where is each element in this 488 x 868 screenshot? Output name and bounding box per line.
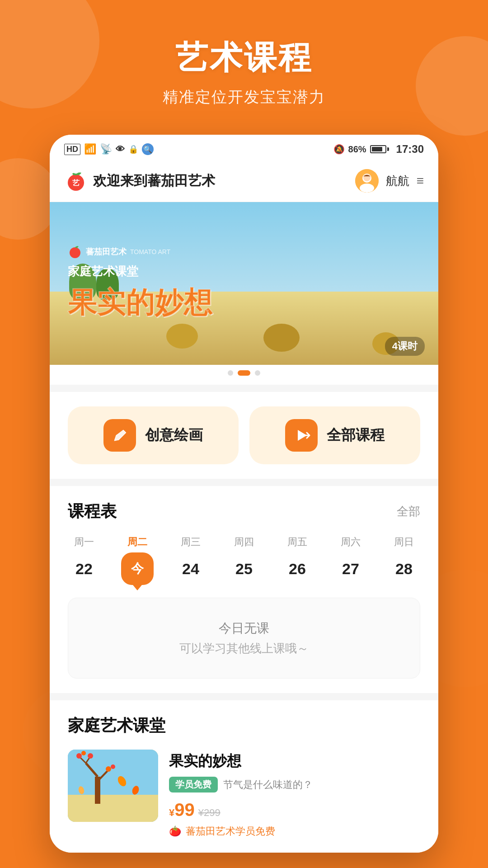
day-sunday[interactable]: 周日 28 [388, 535, 420, 585]
page-wrapper: 艺术课程 精准定位开发宝宝潜力 HD 📶 📡 👁 🔒 🔍 🔕 86% 1 [0, 0, 488, 853]
lock-icon: 🔒 [128, 144, 138, 154]
banner-brand: 蕃茄田艺术 TOMATO ART [68, 245, 420, 259]
day-saturday[interactable]: 周六 27 [334, 535, 367, 585]
schedule-more[interactable]: 全部 [397, 504, 420, 519]
page-title: 艺术课程 [163, 36, 325, 80]
course-footer: 🍅 蕃茄田艺术学员免费 [169, 825, 420, 838]
price-original: ¥299 [198, 807, 221, 819]
app-header: 艺 欢迎来到蕃茄田艺术 航航 ≡ [50, 160, 438, 202]
drawing-label: 创意绘画 [145, 425, 203, 445]
day-number-tue: 今 [121, 552, 154, 585]
day-monday[interactable]: 周一 22 [68, 535, 100, 585]
battery-icon [370, 145, 389, 153]
banner-category: 家庭艺术课堂 [68, 264, 420, 279]
eye-icon: 👁 [116, 144, 125, 155]
day-tuesday-today[interactable]: 周二 今 [121, 535, 154, 585]
day-label-fri: 周五 [287, 535, 307, 549]
svg-point-21 [111, 764, 115, 769]
schedule-section: 课程表 全部 周一 22 周二 今 周三 24 [50, 486, 438, 693]
dot-2[interactable] [238, 370, 250, 376]
banner-lessons: 4课时 [385, 337, 425, 356]
course-desc: 节气是什么味道的？ [223, 778, 313, 792]
footer-icon: 🍅 [169, 826, 181, 837]
svg-point-19 [81, 751, 86, 755]
wifi-icon: 📡 [100, 143, 112, 155]
schedule-title: 课程表 [68, 500, 117, 523]
svg-point-4 [360, 184, 374, 193]
status-bar-right: 🔕 86% 17:30 [333, 143, 424, 156]
day-label-thu: 周四 [234, 535, 254, 549]
dot-3[interactable] [255, 370, 260, 376]
user-name-label: 航航 [386, 173, 409, 189]
banner-area: 蕃茄田艺术 TOMATO ART 家庭艺术课堂 果实的妙想 4课时 [50, 202, 438, 385]
drawing-icon-wrap [103, 419, 136, 452]
no-class-text1: 今日无课 [90, 620, 398, 637]
quick-actions: 创意绘画 全部课程 [50, 392, 438, 479]
day-label-mon: 周一 [74, 535, 94, 549]
day-number-mon: 22 [68, 552, 100, 585]
banner-title: 果实的妙想 [68, 283, 420, 322]
banner-brand-en: TOMATO ART [130, 248, 170, 255]
phone-mockup: HD 📶 📡 👁 🔒 🔍 🔕 86% 17:30 [50, 135, 438, 853]
day-number-sun: 28 [388, 552, 420, 585]
free-tag: 学员免费 [169, 777, 218, 793]
signal-icon: 📶 [84, 143, 96, 155]
family-header: 家庭艺术课堂 [68, 715, 420, 737]
day-label-tue: 周二 [127, 535, 147, 549]
page-subtitle: 精准定位开发宝宝潜力 [163, 87, 325, 108]
courses-icon-wrap [285, 419, 318, 452]
hd-badge: HD [64, 144, 80, 155]
svg-point-17 [76, 753, 82, 759]
app-user-area[interactable]: 航航 ≡ [355, 169, 424, 193]
status-bar-left: HD 📶 📡 👁 🔒 🔍 [64, 143, 154, 155]
tomato-logo-icon: 艺 [64, 169, 88, 193]
banner-slide[interactable]: 蕃茄田艺术 TOMATO ART 家庭艺术课堂 果实的妙想 4课时 [50, 202, 438, 365]
day-label-wed: 周三 [181, 535, 201, 549]
family-section: 家庭艺术课堂 [50, 700, 438, 853]
day-label-sat: 周六 [341, 535, 361, 549]
day-number-sat: 27 [334, 552, 367, 585]
price-current: ¥99 [169, 800, 195, 820]
app-welcome-text: 欢迎来到蕃茄田艺术 [93, 172, 215, 190]
time-display: 17:30 [396, 143, 424, 156]
course-tag-row: 学员免费 节气是什么味道的？ [169, 777, 420, 793]
bell-icon: 🔕 [333, 144, 345, 155]
search-status-icon: 🔍 [142, 143, 154, 155]
menu-icon[interactable]: ≡ [417, 174, 424, 188]
course-info: 果实的妙想 学员免费 节气是什么味道的？ ¥99 ¥299 🍅 蕃茄田艺术学员免… [169, 750, 420, 838]
creative-drawing-btn[interactable]: 创意绘画 [68, 406, 239, 464]
course-card[interactable]: 果实的妙想 学员免费 节气是什么味道的？ ¥99 ¥299 🍅 蕃茄田艺术学员免… [68, 750, 420, 838]
weekdays-row: 周一 22 周二 今 周三 24 周四 25 周 [68, 535, 420, 585]
no-class-text2: 可以学习其他线上课哦～ [90, 641, 398, 656]
schedule-header: 课程表 全部 [68, 500, 420, 523]
svg-rect-11 [68, 795, 158, 822]
day-number-thu: 25 [228, 552, 260, 585]
page-header: 艺术课程 精准定位开发宝宝潜力 [163, 36, 325, 108]
app-logo-area: 艺 欢迎来到蕃茄田艺术 [64, 169, 215, 193]
course-thumbnail [68, 750, 158, 822]
banner-brand-cn: 蕃茄田艺术 [86, 246, 127, 257]
battery-percent: 86% [348, 144, 366, 155]
banner-dots [50, 365, 438, 376]
status-bar: HD 📶 📡 👁 🔒 🔍 🔕 86% 17:30 [50, 135, 438, 160]
today-bubble: 今 [121, 552, 154, 585]
svg-text:艺: 艺 [72, 179, 80, 187]
no-class-card: 今日无课 可以学习其他线上课哦～ [68, 598, 420, 679]
day-wednesday[interactable]: 周三 24 [174, 535, 207, 585]
day-thursday[interactable]: 周四 25 [228, 535, 260, 585]
price-row: ¥99 ¥299 [169, 800, 420, 820]
all-courses-btn[interactable]: 全部课程 [249, 406, 420, 464]
day-number-fri: 26 [281, 552, 314, 585]
user-avatar[interactable] [355, 169, 379, 193]
svg-point-6 [70, 247, 80, 258]
course-name: 果实的妙想 [169, 751, 420, 771]
svg-point-20 [106, 766, 111, 772]
day-friday[interactable]: 周五 26 [281, 535, 314, 585]
day-label-sun: 周日 [394, 535, 414, 549]
dot-1[interactable] [228, 370, 233, 376]
family-title: 家庭艺术课堂 [68, 715, 165, 737]
courses-label: 全部课程 [327, 425, 385, 445]
svg-point-18 [88, 753, 93, 759]
day-number-wed: 24 [174, 552, 207, 585]
banner-content: 蕃茄田艺术 TOMATO ART 家庭艺术课堂 果实的妙想 [50, 202, 438, 365]
